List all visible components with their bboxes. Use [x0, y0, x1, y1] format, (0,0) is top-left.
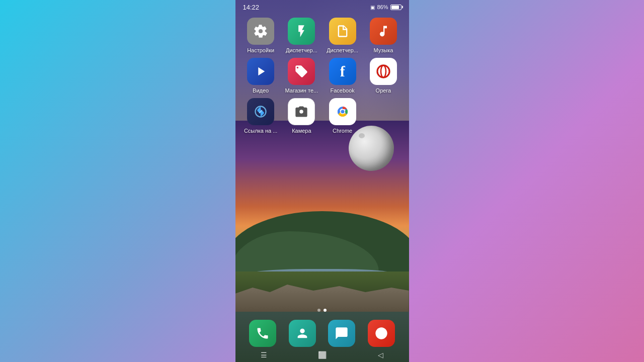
svg-point-8: [341, 110, 344, 114]
phone-screen: 14:22 ▣ 86% Настройки: [235, 0, 409, 362]
opera-label: Opera: [376, 87, 391, 94]
chrome-label: Chrome: [333, 128, 352, 134]
facebook-f: f: [340, 63, 345, 80]
messages-icon: [328, 320, 355, 347]
battery-icon: [390, 5, 401, 10]
empty-slot: [370, 98, 397, 125]
chrome-svg: [334, 103, 352, 121]
dock-phone[interactable]: [249, 320, 276, 347]
app-music[interactable]: Музыка: [365, 18, 401, 54]
bolt-svg: [294, 24, 308, 38]
back-button[interactable]: ◁: [378, 351, 383, 359]
menu-button[interactable]: ☰: [261, 351, 267, 359]
app-row-2: Видео Магазин те... f Facebook: [240, 58, 404, 94]
chrome-icon: [329, 98, 356, 125]
dock: [235, 320, 409, 347]
app-settings[interactable]: Настройки: [243, 18, 279, 54]
app-camera[interactable]: Камера: [283, 98, 319, 134]
tag-svg: [294, 64, 308, 78]
music-label: Музыка: [373, 47, 393, 54]
link-label: Ссылка на ...: [244, 128, 277, 134]
dock-messages[interactable]: [328, 320, 355, 347]
battery-fill: [391, 6, 399, 9]
app-link[interactable]: Ссылка на ...: [243, 98, 279, 134]
person-svg: [295, 326, 309, 340]
svg-point-0: [376, 64, 390, 78]
store-icon: [288, 58, 315, 85]
camera-icon: [288, 98, 315, 125]
app-dispatcher1[interactable]: Диспетчер...: [283, 18, 319, 54]
battery-percent: 86%: [377, 4, 388, 10]
app-video[interactable]: Видео: [243, 58, 279, 94]
play-svg: [254, 64, 268, 78]
dispatcher1-icon: [288, 18, 315, 45]
facebook-icon: f: [329, 58, 356, 85]
page-dots: [235, 309, 409, 312]
link-svg: [254, 105, 268, 119]
dispatcher1-label: Диспетчер...: [286, 47, 317, 54]
nav-bar: ☰ ⬜ ◁: [235, 348, 409, 362]
dock-app4[interactable]: [368, 320, 395, 347]
signal-icon: ▣: [370, 5, 375, 10]
video-label: Видео: [253, 87, 269, 94]
music-icon: [370, 18, 397, 45]
dot-2[interactable]: [324, 309, 327, 312]
chat-svg: [335, 326, 349, 340]
link-icon: [247, 98, 274, 125]
hills: [235, 211, 409, 312]
app-store[interactable]: Магазин те...: [283, 58, 319, 94]
settings-icon: [247, 18, 274, 45]
app-row-3: Ссылка на ... Камера: [240, 98, 404, 134]
opera-svg: [375, 63, 391, 79]
app4-svg: [374, 326, 388, 340]
app-opera[interactable]: Opera: [365, 58, 401, 94]
status-bar: 14:22 ▣ 86%: [235, 0, 409, 14]
dispatcher2-icon: [329, 18, 356, 45]
file-svg: [336, 24, 350, 38]
landscape: [235, 121, 409, 312]
app-facebook[interactable]: f Facebook: [325, 58, 361, 94]
dock-contacts[interactable]: [289, 320, 316, 347]
music-svg: [376, 24, 390, 38]
dot-1[interactable]: [317, 309, 320, 312]
app-empty: [365, 98, 401, 134]
app-grid: Настройки Диспетчер... Диспетчер...: [235, 18, 409, 139]
app-dispatcher2[interactable]: Диспетчер...: [325, 18, 361, 54]
video-icon: [247, 58, 274, 85]
dispatcher2-label: Диспетчер...: [327, 47, 358, 54]
opera-icon: [370, 58, 397, 85]
app-chrome[interactable]: Chrome: [325, 98, 361, 134]
camera-label: Камера: [292, 128, 311, 134]
status-icons: ▣ 86%: [370, 4, 401, 10]
contacts-icon: [289, 320, 316, 347]
settings-label: Настройки: [247, 47, 274, 54]
gear-svg: [254, 24, 268, 38]
phone-svg: [256, 326, 270, 340]
home-button[interactable]: ⬜: [318, 351, 327, 359]
phone-icon: [249, 320, 276, 347]
facebook-label: Facebook: [330, 87, 354, 94]
app-row-1: Настройки Диспетчер... Диспетчер...: [240, 18, 404, 54]
time-display: 14:22: [243, 4, 260, 11]
app4-icon: [368, 320, 395, 347]
store-label: Магазин те...: [285, 87, 318, 94]
camera-svg: [294, 105, 308, 119]
